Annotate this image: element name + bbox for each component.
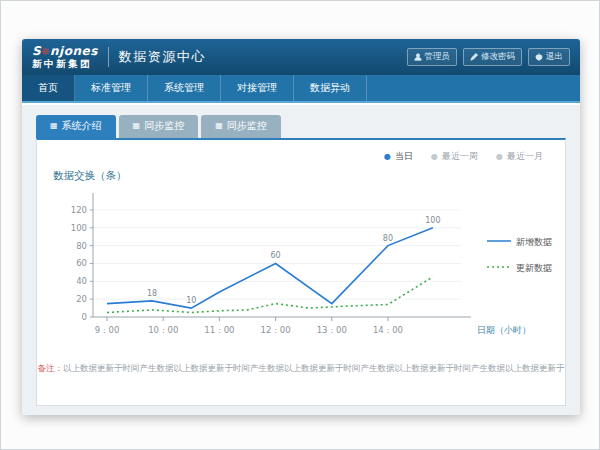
logout-button[interactable]: 退出 <box>528 48 570 66</box>
dot-icon: ● <box>496 153 503 161</box>
svg-text:100: 100 <box>71 223 87 233</box>
brand-logo[interactable]: S❊njones 新中新集团 <box>32 45 98 69</box>
main-nav: 首页 标准管理 系统管理 对接管理 数据异动 <box>22 75 580 103</box>
svg-text:13：00: 13：00 <box>317 325 347 335</box>
svg-text:0: 0 <box>82 312 87 322</box>
nav-item-home[interactable]: 首页 <box>22 75 75 101</box>
svg-text:60: 60 <box>271 251 281 260</box>
tab-bar: ▦ 系统介绍 ▦ 同步监控 ▦ 同步监控 <box>36 115 566 138</box>
chart-y-axis-title: 数据交换（条） <box>53 169 551 183</box>
brand-logo-cn: 新中新集团 <box>32 59 98 69</box>
nav-item-system-mgmt[interactable]: 系统管理 <box>148 75 221 101</box>
user-icon <box>414 53 422 61</box>
svg-text:120: 120 <box>71 205 87 215</box>
tab-system-intro-label: 系统介绍 <box>62 119 102 133</box>
change-password-label: 修改密码 <box>481 51 515 63</box>
filter-last-week-label: 最近一周 <box>442 150 478 163</box>
dot-icon: ● <box>384 153 391 161</box>
power-icon <box>535 53 543 61</box>
tab-sync-monitor-2-label: 同步监控 <box>227 119 267 133</box>
tab-system-intro[interactable]: ▦ 系统介绍 <box>36 115 116 138</box>
filter-last-week[interactable]: ●最近一周 <box>431 150 478 163</box>
header-divider <box>108 47 109 67</box>
svg-text:40: 40 <box>76 276 87 286</box>
svg-text:100: 100 <box>425 216 440 225</box>
filter-today[interactable]: ●当日 <box>384 150 413 163</box>
admin-user-label: 管理员 <box>425 51 451 63</box>
grid-icon: ▦ <box>50 122 58 130</box>
logout-label: 退出 <box>546 51 563 63</box>
nav-item-interface-mgmt[interactable]: 对接管理 <box>221 75 294 101</box>
tab-sync-monitor-1-label: 同步监控 <box>144 119 184 133</box>
nav-item-data-change[interactable]: 数据异动 <box>294 75 367 101</box>
app-header: S❊njones 新中新集团 数据资源中心 管理员 修改密码 退出 <box>22 39 580 75</box>
svg-text:80: 80 <box>383 234 393 243</box>
brand-logo-en: S❊njones <box>32 45 98 57</box>
tab-sync-monitor-2[interactable]: ▦ 同步监控 <box>201 115 281 138</box>
svg-text:日期（小时）: 日期（小时） <box>477 325 531 335</box>
tab-sync-monitor-1[interactable]: ▦ 同步监控 <box>119 115 199 138</box>
page-title: 数据资源中心 <box>119 48 206 66</box>
svg-text:60: 60 <box>76 258 87 268</box>
nav-item-standard-mgmt[interactable]: 标准管理 <box>75 75 148 101</box>
filter-last-month[interactable]: ●最近一月 <box>496 150 543 163</box>
svg-text:新增数据: 新增数据 <box>516 237 552 247</box>
svg-text:80: 80 <box>76 241 87 251</box>
svg-text:更新数据: 更新数据 <box>516 263 552 273</box>
svg-text:12：00: 12：00 <box>261 325 291 335</box>
screenshot-canvas: S❊njones 新中新集团 数据资源中心 管理员 修改密码 退出 <box>0 0 600 450</box>
footnote-prefix: 备注： <box>38 363 64 373</box>
edit-icon <box>470 53 478 61</box>
chart-panel: ●当日 ●最近一周 ●最近一月 数据交换（条） 0204060801001209… <box>36 138 566 406</box>
svg-text:10：00: 10：00 <box>148 325 178 335</box>
svg-text:18: 18 <box>147 289 157 298</box>
content-area: ▦ 系统介绍 ▦ 同步监控 ▦ 同步监控 ●当日 ●最近一周 ●最近一月 <box>22 105 580 415</box>
grid-icon: ▦ <box>215 122 223 130</box>
line-chart: 0204060801001209：0010：0011：0012：0013：001… <box>51 185 571 375</box>
logo-star-icon: ❊ <box>41 46 50 57</box>
svg-text:10: 10 <box>186 296 196 305</box>
change-password-button[interactable]: 修改密码 <box>463 48 522 66</box>
app-window: S❊njones 新中新集团 数据资源中心 管理员 修改密码 退出 <box>22 39 580 415</box>
grid-icon: ▦ <box>133 122 141 130</box>
svg-text:11：00: 11：00 <box>204 325 234 335</box>
svg-text:9：00: 9：00 <box>95 325 120 335</box>
filter-last-month-label: 最近一月 <box>507 150 543 163</box>
dot-icon: ● <box>431 153 438 161</box>
admin-user-button[interactable]: 管理员 <box>407 48 458 66</box>
filter-today-label: 当日 <box>395 150 413 163</box>
footnote: 备注：以上数据更新于时间产生数据以上数据更新于时间产生数据以上数据更新于时间产生… <box>37 363 565 375</box>
svg-text:20: 20 <box>76 294 87 304</box>
time-range-filters: ●当日 ●最近一周 ●最近一月 <box>51 150 543 163</box>
footnote-text: 以上数据更新于时间产生数据以上数据更新于时间产生数据以上数据更新于时间产生数据以… <box>63 363 565 373</box>
header-actions: 管理员 修改密码 退出 <box>407 48 571 66</box>
svg-text:14：00: 14：00 <box>373 325 403 335</box>
